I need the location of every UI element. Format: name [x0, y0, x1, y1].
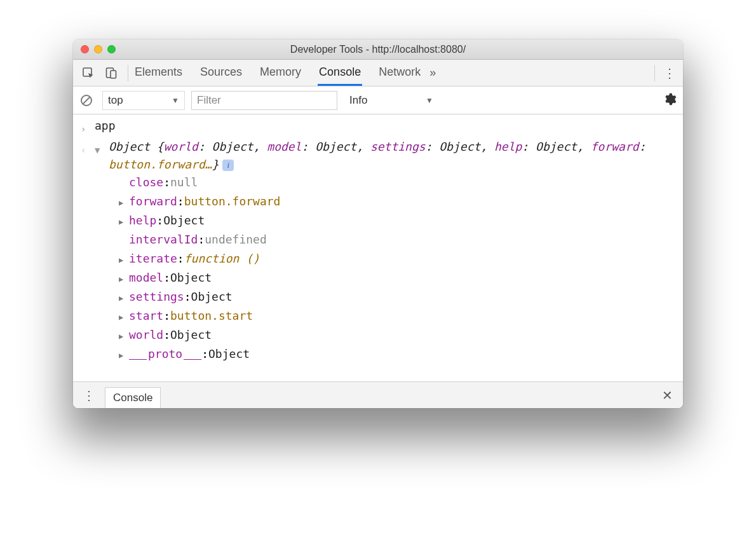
disclosure-icon[interactable]: ▶ — [119, 270, 129, 288]
devtools-window: Developer Tools - http://localhost:8080/… — [73, 39, 683, 408]
property-key: iterate — [129, 250, 177, 268]
prompt-icon: › — [81, 117, 95, 138]
object-property[interactable]: ▶world: Object — [119, 326, 683, 345]
property-value: Object — [208, 345, 250, 363]
inspect-element-icon[interactable] — [77, 60, 100, 86]
tabs: ElementsSourcesMemoryConsoleNetwork — [133, 60, 422, 86]
property-value: Object — [170, 326, 212, 344]
object-property[interactable]: ▶help: Object — [119, 212, 683, 231]
console-output: › app ‹ ▼ Object {world: Object, model: … — [73, 114, 683, 381]
titlebar: Developer Tools - http://localhost:8080/ — [73, 39, 683, 60]
object-property[interactable]: ▶model: Object — [119, 269, 683, 288]
chevron-down-icon: ▼ — [426, 96, 433, 105]
object-property[interactable]: ▶iterate: function () — [119, 250, 683, 269]
object-property[interactable]: ▶close: null — [119, 174, 683, 193]
drawer-tab-console[interactable]: Console — [105, 387, 161, 409]
device-toggle-icon[interactable] — [100, 60, 123, 86]
tab-console[interactable]: Console — [318, 60, 362, 86]
return-icon: ‹ — [81, 138, 95, 174]
disclosure-icon[interactable]: ▶ — [119, 251, 129, 269]
property-key: start — [129, 307, 163, 325]
clear-console-icon[interactable] — [79, 93, 93, 107]
context-selector-value: top — [108, 94, 123, 107]
property-key: close — [129, 174, 163, 191]
drawer-menu-icon[interactable]: ⋮ — [79, 388, 98, 403]
tab-memory[interactable]: Memory — [259, 60, 302, 86]
chevron-down-icon: ▼ — [172, 96, 179, 105]
filter-input[interactable] — [191, 91, 337, 110]
property-key: forward — [129, 193, 177, 210]
console-result-row[interactable]: ‹ ▼ Object {world: Object, model: Object… — [73, 138, 683, 174]
separator — [128, 65, 128, 81]
console-settings-icon[interactable] — [663, 92, 677, 109]
property-value: Object — [191, 288, 233, 306]
object-tree: ▶close: null▶forward: button.forward▶hel… — [73, 174, 683, 364]
property-key: settings — [129, 288, 184, 306]
disclosure-icon[interactable]: ▶ — [119, 327, 129, 345]
kebab-menu-icon[interactable]: ⋮ — [660, 65, 679, 81]
info-badge-icon[interactable]: i — [222, 160, 234, 171]
property-value: button.forward — [184, 193, 281, 210]
tabstrip: ElementsSourcesMemoryConsoleNetwork » ⋮ — [73, 60, 683, 86]
console-input-row[interactable]: › app — [73, 117, 683, 138]
disclosure-icon[interactable]: ▶ — [119, 213, 129, 231]
context-selector[interactable]: top ▼ — [102, 91, 185, 110]
property-key: world — [129, 326, 163, 344]
property-key: intervalId — [129, 231, 198, 249]
disclosure-open-icon[interactable]: ▼ — [95, 138, 109, 174]
console-command: app — [95, 117, 675, 138]
property-value: button.start — [170, 307, 253, 325]
property-key: model — [129, 269, 163, 287]
object-proto[interactable]: ▶proto: Object — [119, 345, 683, 364]
tab-network[interactable]: Network — [377, 60, 422, 86]
window-title: Developer Tools - http://localhost:8080/ — [73, 44, 683, 55]
object-property[interactable]: ▶intervalId: undefined — [119, 231, 683, 250]
object-property[interactable]: ▶forward: button.forward — [119, 193, 683, 212]
object-summary: Object {world: Object, model: Object, se… — [109, 138, 675, 174]
svg-rect-2 — [111, 71, 116, 78]
property-key: help — [129, 212, 156, 229]
object-property[interactable]: ▶settings: Object — [119, 288, 683, 307]
property-value: Object — [163, 212, 205, 229]
log-level-value: Info — [349, 94, 367, 107]
drawer-close-icon[interactable]: ✕ — [658, 388, 677, 403]
log-level-selector[interactable]: Info ▼ — [344, 91, 439, 110]
property-key: proto — [148, 345, 182, 363]
svg-line-4 — [83, 97, 90, 104]
property-value: Object — [170, 269, 212, 287]
disclosure-icon[interactable]: ▶ — [119, 194, 129, 212]
tab-elements[interactable]: Elements — [133, 60, 184, 86]
disclosure-icon[interactable]: ▶ — [119, 289, 129, 307]
separator — [654, 65, 655, 81]
property-value: null — [170, 174, 198, 191]
property-value: function () — [184, 250, 260, 268]
tabs-overflow-icon[interactable]: » — [422, 66, 443, 79]
console-filterbar: top ▼ Info ▼ — [73, 86, 683, 114]
tab-sources[interactable]: Sources — [199, 60, 243, 86]
property-value: undefined — [205, 231, 267, 249]
disclosure-icon[interactable]: ▶ — [119, 308, 129, 326]
drawer: ⋮ Console ✕ — [73, 381, 683, 408]
object-property[interactable]: ▶start: button.start — [119, 307, 683, 326]
disclosure-icon[interactable]: ▶ — [119, 346, 129, 364]
